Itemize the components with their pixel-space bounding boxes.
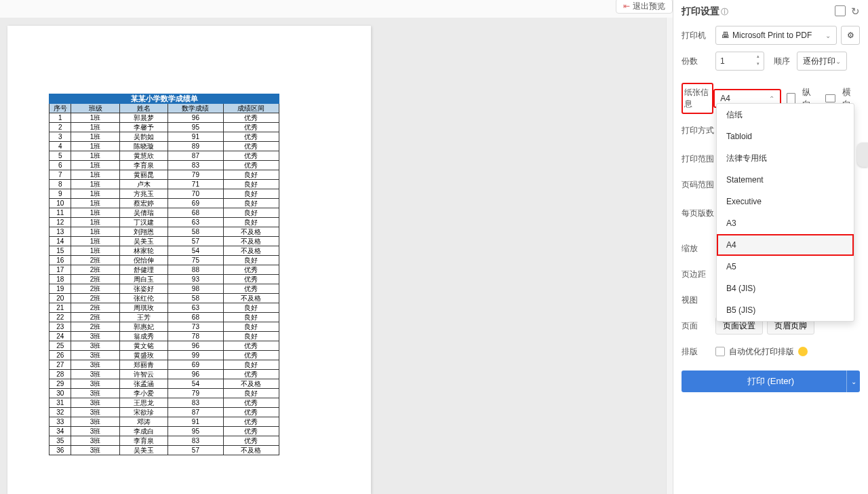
cell: 吴韵如	[119, 132, 167, 142]
spin-down-icon[interactable]: ▾	[754, 61, 762, 69]
paper-option[interactable]: Executive	[717, 191, 854, 212]
cell: 79	[167, 170, 223, 180]
table-row: 353班李育泉83优秀	[50, 436, 279, 446]
paper-value: A4	[720, 94, 730, 103]
exit-preview-button[interactable]: ⇤ 退出预览	[616, 0, 673, 14]
cell: 11	[50, 208, 71, 218]
spin-up-icon[interactable]: ▴	[754, 54, 762, 61]
cell: 36	[50, 446, 71, 455]
paper-option[interactable]: 法律专用纸	[717, 147, 854, 169]
table-row: 333班邓涛91优秀	[50, 417, 279, 427]
cell: 翁成秀	[119, 332, 167, 341]
cell: 93	[167, 275, 223, 284]
cell: 1班	[71, 246, 119, 256]
copies-input[interactable]: 1 ▴▾	[715, 52, 764, 71]
cell: 方兆玉	[119, 189, 167, 199]
cell: 优秀	[223, 436, 279, 446]
col-header: 数学成绩	[167, 104, 223, 113]
cell: 79	[167, 389, 223, 398]
order-label: 顺序	[774, 56, 797, 67]
paper-option[interactable]: Tabloid	[717, 126, 854, 147]
printer-select[interactable]: 🖶 Microsoft Print to PDF ⌄	[715, 26, 837, 45]
refresh-icon[interactable]: ↻	[851, 5, 860, 18]
paper-option[interactable]: A4	[717, 234, 854, 256]
paper-label: 纸张信息	[682, 83, 713, 114]
printer-icon: 🖶	[722, 31, 730, 40]
table-row: 61班李育泉83优秀	[50, 161, 279, 170]
cell: 54	[167, 246, 223, 256]
layout-label: 排版	[682, 346, 715, 358]
cell: 1班	[71, 199, 119, 208]
cell: 63	[167, 303, 223, 313]
paper-option[interactable]: Statement	[717, 169, 854, 191]
cell: 1班	[71, 161, 119, 170]
order-select[interactable]: 逐份打印 ⌄	[797, 52, 847, 71]
cell: 王思龙	[119, 398, 167, 408]
exit-label: 退出预览	[633, 1, 665, 12]
cell: 倪怡伸	[119, 256, 167, 265]
order-value: 逐份打印	[803, 56, 835, 67]
cell: 1班	[71, 151, 119, 161]
table-row: 121班丁汉建63良好	[50, 218, 279, 227]
help-icon[interactable]: ⓘ	[721, 7, 728, 16]
cell: 91	[167, 132, 223, 142]
preview-page: 某某小学数学成绩单序号班级姓名数学成绩成绩区间11班郭晨梦96优秀21班李馨予9…	[7, 26, 371, 494]
copies-label: 份数	[682, 56, 715, 67]
cell: 舒健理	[119, 265, 167, 275]
cell: 3班	[71, 341, 119, 351]
cell: 8	[50, 180, 71, 189]
cell: 周琪玫	[119, 303, 167, 313]
cell: 吴倩瑞	[119, 208, 167, 218]
cell: 1班	[71, 208, 119, 218]
table-row: 192班张姿好98优秀	[50, 284, 279, 294]
paper-option[interactable]: A3	[717, 212, 854, 234]
cell: 19	[50, 284, 71, 294]
cell: 18	[50, 275, 71, 284]
cell: 23	[50, 322, 71, 332]
paper-option[interactable]: B5 (JIS)	[717, 299, 854, 321]
table-row: 212班周琪玫63良好	[50, 303, 279, 313]
print-button-label: 打印 (Enter)	[747, 375, 794, 387]
side-tab-handle[interactable]	[857, 142, 868, 167]
gear-icon: ⚙	[847, 31, 854, 40]
paper-option[interactable]: B4 (JIS)	[717, 278, 854, 299]
print-preview-area: 某某小学数学成绩单序号班级姓名数学成绩成绩区间11班郭晨梦96优秀21班李馨予9…	[0, 0, 673, 494]
table-row: 141班吴美玉57不及格	[50, 237, 279, 246]
print-button[interactable]: 打印 (Enter) ⌄	[682, 370, 860, 392]
cell: 3班	[71, 408, 119, 417]
cell: 2班	[71, 294, 119, 303]
auto-layout-label: 自动优化打印排版	[729, 346, 794, 358]
cell: 58	[167, 227, 223, 237]
table-row: 293班张孟涵54不及格	[50, 379, 279, 389]
paper-option[interactable]: A5	[717, 256, 854, 278]
preview-scrollbar[interactable]	[666, 18, 673, 494]
table-row: 151班林家轮54不及格	[50, 246, 279, 256]
cell: 优秀	[223, 161, 279, 170]
cell: 87	[167, 408, 223, 417]
paper-option[interactable]: 信纸	[717, 104, 854, 126]
cell: 12	[50, 218, 71, 227]
cell: 陈晓璇	[119, 142, 167, 151]
cell: 63	[167, 218, 223, 227]
cell: 96	[167, 370, 223, 379]
cell: 58	[167, 294, 223, 303]
chevron-down-icon: ⌄	[851, 378, 856, 385]
printer-settings-button[interactable]: ⚙	[841, 26, 860, 45]
chevron-down-icon: ⌄	[825, 32, 831, 39]
cell: 王芳	[119, 313, 167, 322]
cell: 10	[50, 199, 71, 208]
cell: 郭晨梦	[119, 113, 167, 123]
auto-layout-checkbox[interactable]	[715, 347, 725, 356]
cell: 57	[167, 237, 223, 246]
cell: 96	[167, 113, 223, 123]
paper-size-dropdown[interactable]: 信纸Tabloid法律专用纸StatementExecutiveA3A4A5B4…	[716, 103, 854, 322]
cell: 良好	[223, 208, 279, 218]
printer-value: Microsoft Print to PDF	[732, 31, 812, 40]
cell: 良好	[223, 180, 279, 189]
cell: 优秀	[223, 123, 279, 132]
print-dropdown-button[interactable]: ⌄	[846, 370, 860, 392]
cell: 1班	[71, 113, 119, 123]
cell: 7	[50, 170, 71, 180]
layout-icon[interactable]	[835, 5, 846, 16]
cell: 1班	[71, 189, 119, 199]
